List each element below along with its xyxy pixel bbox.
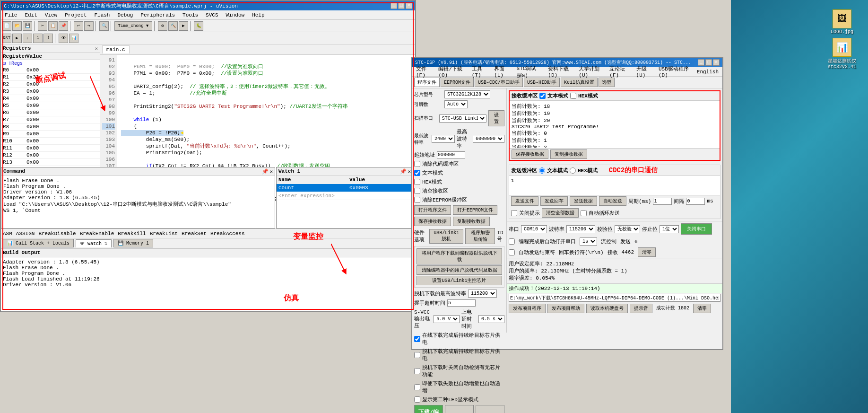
menu-window[interactable]: Window [224, 12, 247, 18]
no-prompt-cb[interactable] [511, 210, 517, 216]
recv-hex-mode-cb[interactable] [570, 93, 576, 99]
menu-tools[interactable]: Tools [181, 12, 200, 18]
tb-run[interactable]: ▶ [179, 21, 188, 31]
check-clear-prog-cb[interactable] [414, 161, 420, 167]
reg-group-regs[interactable]: ⊟ !Regs [1, 60, 100, 67]
power-delay-select[interactable]: 0.5 s [478, 315, 504, 323]
check-select[interactable]: 无校验 [615, 225, 640, 233]
watch-pin[interactable]: 📌 [400, 168, 407, 175]
tb-rebuild[interactable]: 🔨 [168, 21, 178, 31]
reg-panel-icon[interactable]: ✕ [95, 45, 98, 52]
asm-breakdisable[interactable]: BreakDisable [38, 231, 76, 237]
stc-menu-edit[interactable]: 编辑/下载(O) [436, 65, 467, 79]
asm-breakenable[interactable]: BreakEnable [80, 231, 114, 237]
chip-model-select[interactable]: STC32G12K128 [444, 90, 490, 98]
copy-recv-btn[interactable]: 复制接收数据 [453, 217, 490, 226]
save-recv-btn[interactable]: 保存接收数据 [414, 217, 451, 226]
usb-link-btn[interactable]: USB/Link1脱机 [429, 229, 463, 244]
load-to-programmer-btn[interactable]: 将用户程序下载到编程器以供脱机下载 [417, 248, 502, 264]
stc-tab-keil[interactable]: Keil仿真设置 [561, 78, 598, 87]
close-button[interactable]: × [406, 2, 412, 9]
stc-maximize[interactable]: □ [705, 59, 712, 66]
command-content[interactable]: Flash Erase Done . Flash Program Done . … [1, 176, 275, 227]
file-path-input[interactable] [509, 294, 720, 302]
addr-input[interactable] [437, 151, 465, 158]
auto-open-cb[interactable] [509, 238, 515, 245]
stc-menu-download[interactable]: 资料下载(D) [546, 65, 574, 79]
asm-breakkill[interactable]: BreakKill [118, 231, 146, 237]
stc-menu-forum[interactable]: 互论坛(F) [608, 65, 631, 79]
copy-recv-area-btn[interactable]: 复制接收数据 [550, 149, 587, 159]
remind-btn[interactable]: 提示音 [630, 304, 652, 313]
check-offline-hold-cb[interactable] [414, 352, 420, 358]
tb-copy[interactable]: 📋 [48, 21, 58, 31]
tb-new[interactable]: 📄 [2, 21, 11, 31]
publish-help-btn[interactable]: 发布项目帮助 [547, 304, 584, 313]
minimize-button[interactable]: _ [391, 2, 397, 9]
clear-programmer-btn[interactable]: 清除编程器中的用户脱机代码及数据 [417, 265, 502, 275]
send-hex-mode-rb[interactable] [570, 167, 576, 174]
check-hex-mode-cb[interactable] [414, 179, 420, 185]
tb2-mem[interactable]: 📊 [69, 34, 78, 43]
svcc-select[interactable]: 5.0 V [434, 315, 460, 323]
handshake-input[interactable] [447, 299, 476, 307]
watch-row-enter[interactable]: <Enter expression> [277, 192, 413, 200]
send-text-btn[interactable]: 发送文件 [511, 196, 538, 206]
auto-loop-cb[interactable] [581, 210, 587, 216]
download-btn[interactable]: 下载/编程 [414, 405, 443, 413]
send-text-mode-rb[interactable] [539, 167, 545, 174]
stc-menu-ui[interactable]: 界面(L) [492, 65, 512, 79]
watch-close[interactable]: ✕ [408, 168, 411, 175]
asm-label[interactable]: ASM [3, 231, 12, 237]
menu-view[interactable]: View [43, 12, 59, 18]
stc-menu-university[interactable]: 大学计划(U) [577, 65, 605, 79]
tb2-step[interactable]: ↓ [23, 34, 32, 43]
recv-text-mode-cb[interactable] [539, 93, 546, 99]
auto-end-cb[interactable] [509, 249, 515, 255]
stc-menu-tools[interactable]: 工具(T) [470, 65, 489, 79]
tb-save[interactable]: 💾 [23, 21, 32, 31]
stc-menu-debug[interactable]: STC调试探G) [515, 64, 544, 79]
stc-tab-usb-cdc[interactable]: USB-CDC/串口助手 [475, 78, 523, 87]
send-content-area[interactable]: 1 [509, 176, 720, 195]
tb2-stepover[interactable]: ⤵ [33, 34, 43, 43]
tb2-stepout[interactable]: ⤴ [43, 34, 53, 43]
check-offline-no-detect-cb[interactable] [414, 368, 420, 374]
asm-breakset[interactable]: BreakSet [182, 231, 207, 237]
tab-watch1[interactable]: 👁 Watch 1 [76, 239, 112, 247]
command-pin[interactable]: 📌 [262, 168, 269, 175]
tb-find[interactable]: 🔍 [99, 21, 109, 31]
period-input[interactable] [653, 198, 672, 205]
tb-open[interactable]: 📂 [12, 21, 22, 31]
publish-prog-btn[interactable]: 发布项目程序 [509, 304, 546, 313]
send-data-btn[interactable]: 发送数据 [570, 196, 597, 206]
check-online-hold-cb[interactable] [414, 336, 420, 342]
menu-edit[interactable]: Edit [23, 12, 39, 18]
tb-paste[interactable]: 📌 [59, 21, 68, 31]
watch-row-count[interactable]: Count 0x0003 [277, 184, 413, 192]
prog-encrypt-btn[interactable]: 程序加密后传输 [465, 228, 495, 244]
stc-tab-type[interactable]: 选型 [599, 78, 615, 87]
clear-count-btn[interactable]: 清零 [638, 247, 656, 257]
command-close[interactable]: ✕ [269, 168, 273, 175]
tb2-reset[interactable]: RST [2, 34, 11, 43]
tb2-run2[interactable]: ▶ [12, 34, 22, 43]
menu-peripherals[interactable]: Peripherals [139, 12, 177, 18]
menu-file[interactable]: File [3, 12, 19, 18]
stc-tab-usb-hid[interactable]: USB-HID助手 [524, 78, 560, 87]
check-auto-inc-cb[interactable] [414, 384, 420, 390]
clear-all-btn[interactable]: 清空全部数据 [542, 208, 579, 218]
check-second-led-cb[interactable] [414, 396, 420, 403]
stc-tab-prog-file[interactable]: 程序文件 [414, 78, 440, 87]
stop-btn[interactable]: 停止 [445, 405, 474, 413]
asm-breakaccess[interactable]: BreakAccess [210, 231, 245, 237]
open-port-btn[interactable]: 关闭串口 [681, 223, 712, 235]
scan-port-select[interactable]: STC-USB Link1 (LNK1) [439, 114, 486, 123]
check-clear-eeprom-cb[interactable] [414, 197, 420, 203]
stop-select[interactable]: 1位 [660, 225, 679, 233]
read-id-btn[interactable]: 读取本机硬盘号 [586, 304, 628, 313]
menu-flash[interactable]: Flash [92, 12, 112, 18]
stc-menu-file[interactable]: 文件(F) [414, 65, 434, 79]
check-text-mode-cb[interactable] [414, 170, 420, 176]
clear-success-btn[interactable]: 清零 [693, 304, 711, 313]
